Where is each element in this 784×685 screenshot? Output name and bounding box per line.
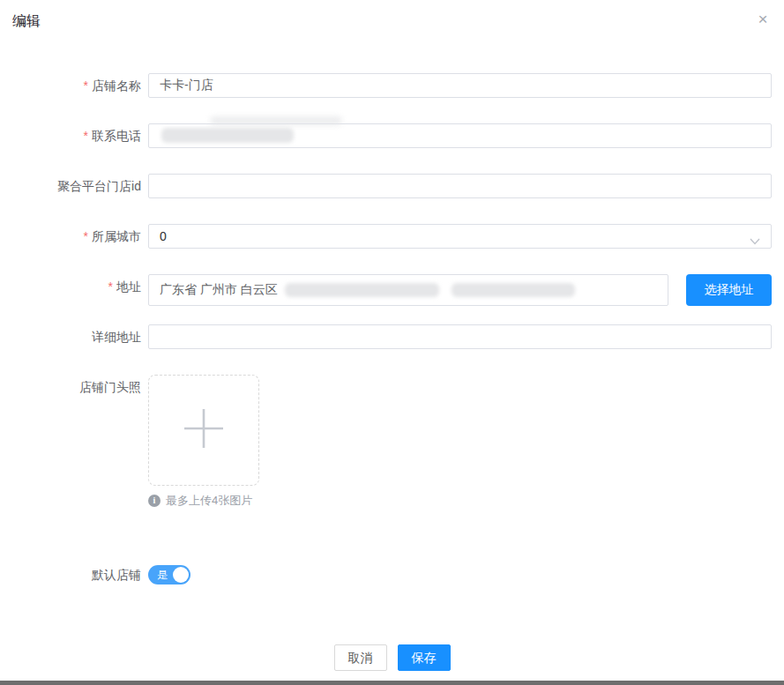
edit-form: *店铺名称 *联系电话 聚合平台门店id	[0, 42, 784, 588]
cancel-button[interactable]: 取消	[334, 644, 387, 671]
shop-name-label-text: 店铺名称	[92, 78, 141, 93]
storefront-photo-label-text: 店铺门头照	[79, 380, 141, 394]
window-bottom-edge	[0, 681, 784, 685]
detail-address-label-text: 详细地址	[92, 330, 141, 344]
shop-name-label: *店铺名称	[0, 73, 148, 98]
detail-address-label: 详细地址	[0, 324, 148, 349]
form-row-platform-store-id: 聚合平台门店id	[0, 174, 784, 198]
plus-icon	[183, 407, 225, 453]
toggle-on-label: 是	[157, 570, 168, 580]
address-input[interactable]: 广东省 广州市 白云区	[148, 274, 668, 306]
form-row-shop-name: *店铺名称	[0, 73, 784, 98]
address-label-text: 地址	[116, 279, 141, 294]
address-value-prefix: 广东省 广州市 白云区	[160, 282, 278, 298]
save-button[interactable]: 保存	[398, 644, 451, 671]
close-icon[interactable]: ×	[752, 9, 773, 30]
form-row-storefront-photo: 店铺门头照 i 最多上传4张图片	[0, 375, 784, 509]
dialog-footer: 取消 保存	[0, 644, 784, 671]
city-select[interactable]: 0	[148, 224, 772, 249]
default-shop-toggle[interactable]: 是	[148, 565, 190, 584]
city-label-text: 所属城市	[92, 229, 141, 243]
default-shop-label-text: 默认店铺	[92, 568, 141, 582]
default-shop-label: 默认店铺	[0, 565, 148, 584]
select-address-button[interactable]: 选择地址	[686, 274, 772, 306]
shop-name-input[interactable]	[148, 73, 772, 98]
edit-dialog: 编辑 × *店铺名称 *联系电话 聚合平台门店	[0, 0, 784, 685]
redacted-address-segment	[452, 283, 575, 297]
dialog-header: 编辑 ×	[0, 0, 784, 42]
info-icon: i	[148, 495, 161, 507]
storefront-photo-label: 店铺门头照	[0, 375, 148, 399]
platform-store-id-input[interactable]	[148, 174, 772, 198]
platform-store-id-label-text: 聚合平台门店id	[57, 179, 141, 193]
detail-address-input[interactable]	[148, 324, 772, 349]
city-label: *所属城市	[0, 224, 148, 249]
redacted-address-segment	[285, 283, 439, 297]
upload-tip-text: 最多上传4张图片	[166, 493, 252, 509]
upload-tip: i 最多上传4张图片	[148, 493, 772, 509]
required-asterisk: *	[84, 129, 88, 143]
platform-store-id-label: 聚合平台门店id	[0, 174, 148, 198]
photo-upload-button[interactable]	[148, 375, 259, 486]
phone-label-text: 联系电话	[92, 129, 141, 143]
required-asterisk: *	[108, 279, 113, 294]
form-row-detail-address: 详细地址	[0, 324, 784, 349]
address-label: *地址	[0, 274, 148, 299]
chevron-down-icon	[750, 234, 760, 248]
form-row-phone: *联系电话	[0, 123, 784, 148]
redacted-phone-value	[161, 128, 294, 143]
dialog-title: 编辑	[12, 11, 770, 31]
required-asterisk: *	[84, 78, 88, 93]
form-row-default-shop: 默认店铺 是	[0, 565, 784, 588]
form-row-address: *地址 广东省 广州市 白云区 选择地址	[0, 274, 784, 306]
phone-label: *联系电话	[0, 123, 148, 148]
form-row-city: *所属城市 0	[0, 224, 784, 249]
redacted-phone-smudge	[210, 116, 342, 125]
city-select-value: 0	[160, 229, 167, 243]
toggle-handle	[173, 567, 189, 583]
required-asterisk: *	[84, 229, 88, 243]
